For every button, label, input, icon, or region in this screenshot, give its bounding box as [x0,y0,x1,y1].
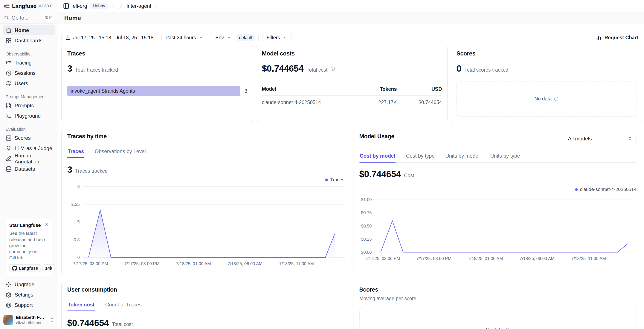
tab-traces[interactable]: Traces [67,145,84,158]
promo-body: See the latest releases and help grow th… [9,230,49,261]
promo-title: Star Langfuse [9,223,49,228]
sidebar-item-sessions[interactable]: Sessions [2,68,56,78]
scores-card-top: Scores 0 Total scores tracked No data [451,45,642,122]
sidebar-item-label: Support [14,302,33,308]
langfuse-logo-icon [4,3,10,9]
filters-dropdown[interactable]: Filters [262,33,292,42]
scores-total: 0 [456,64,462,74]
sidebar: Langfuse v3.83.0 Go to... ⌘ K Home Dashb… [0,0,58,329]
tab-cost-by-type[interactable]: Cost by type [406,150,435,162]
bar-chart-icon [596,35,602,41]
sidebar-item-label: LLM-as-a-Judge [14,145,52,151]
info-icon[interactable] [554,97,558,101]
env-dropdown[interactable]: Env default [211,33,259,42]
sidebar-nav: Home Dashboards Observability Tracing Se… [0,24,58,279]
page-title-bar: Home [58,12,644,24]
clock-icon [6,70,12,76]
sidebar-item-support[interactable]: Support [2,300,56,310]
app-name: Langfuse [12,3,36,10]
tokens-cell: 227.17K [345,100,397,105]
search-shortcut-kbd: ⌘ K [42,15,54,21]
filter-bar: Jul 17, 25 : 15:18 - Jul 18, 25 : 15:18 … [62,33,642,42]
tab-observations-by-level[interactable]: Observations by Level [94,145,146,158]
lightbulb-icon [6,145,12,151]
sidebar-item-home[interactable]: Home [2,25,56,35]
request-chart-label: Request Chart [604,35,638,41]
tab-units-by-model[interactable]: Units by model [445,150,480,162]
main: eli-org Hobby inter-agent Home Jul 17, 2… [58,0,644,329]
project-selector[interactable]: inter-agent [127,3,158,9]
dashboards-icon [6,38,12,44]
env-label: Env [215,35,224,41]
tab-token-cost[interactable]: Token cost [67,299,95,311]
sidebar-item-label: Settings [14,292,33,298]
life-buoy-icon [6,302,12,308]
card-title: Model costs [262,50,442,57]
content: Jul 17, 25 : 15:18 - Jul 18, 25 : 15:18 … [58,24,644,329]
topbar: eli-org Hobby inter-agent [58,0,644,12]
nav-section-prompt-management: Prompt Management [2,94,56,99]
model-filter-select[interactable]: All models [564,133,636,144]
traces-card: Traces 3 Total traces tracked invoke_age… [62,45,253,122]
chevron-down-icon [227,36,231,40]
app-version: v3.83.0 [39,4,52,9]
info-icon[interactable] [505,327,510,329]
calendar-icon [66,35,71,40]
plan-badge: Hobby [90,3,108,9]
traces-tracked-label: Traces tracked [75,168,108,174]
sidebar-item-users[interactable]: Users [2,79,56,88]
card-subtitle: Moving average per score [360,296,637,301]
panel-left-icon[interactable] [63,3,70,9]
info-icon[interactable] [330,66,335,71]
legend-dot [325,178,328,181]
model-costs-total-label: Total cost [306,67,327,73]
model-costs-card: Model costs $0.744654 Total cost Model T… [256,45,448,122]
chevron-down-icon [199,36,203,40]
sidebar-item-label: Users [14,80,28,87]
model-cell: claude-sonnet-4-20250514 [262,100,345,105]
sidebar-item-human-annotation[interactable]: Human Annotation [2,154,56,164]
tab-count-of-traces[interactable]: Count of Traces [105,299,142,311]
sidebar-item-tracing[interactable]: Tracing [2,58,56,68]
user-menu[interactable]: Elizabeth Fuent... elizabethfuentes12... [0,312,58,329]
y-axis-labels: 32.251.50.80 [67,186,83,257]
model-usage-cost-value: $0.744654 [360,169,401,179]
github-langfuse-button[interactable]: Langfuse [9,264,41,272]
sidebar-item-label: Dashboards [14,38,42,44]
sidebar-item-upgrade[interactable]: Upgrade [2,279,56,289]
x-axis-labels: 7/17/25, 03:00 PM7/17/25, 08:00 PM7/18/2… [375,256,637,262]
sidebar-item-playground[interactable]: Playground [2,111,56,121]
card-title: Traces [67,50,247,57]
sidebar-item-label: Tracing [14,60,32,66]
go-to-search[interactable]: Go to... ⌘ K [0,12,58,24]
sidebar-item-label: Playground [14,113,40,119]
column-header-model: Model [262,86,345,92]
chevron-down-icon [111,4,115,8]
github-star-count[interactable]: 14k [42,264,55,272]
x-axis-labels: 7/17/25, 03:00 PM7/17/25, 08:00 PM7/18/2… [83,261,344,268]
sidebar-item-dashboards[interactable]: Dashboards [2,36,56,46]
legend-label: Traces [330,177,344,183]
card-title: Scores [360,286,637,293]
request-chart-button[interactable]: Request Chart [592,33,642,42]
org-selector[interactable]: eli-org Hobby [73,3,115,9]
sidebar-item-label: Sessions [14,70,36,76]
sidebar-item-llm-as-a-judge[interactable]: LLM-as-a-Judge [2,143,56,153]
page-title: Home [64,15,81,22]
close-icon[interactable] [44,222,49,227]
card-title: Scores [456,50,636,57]
model-costs-table: Model Tokens USD claude-sonnet-4-2025051… [262,86,442,109]
tab-units-by-type[interactable]: Units by type [490,150,520,162]
traces-total: 3 [67,64,72,74]
nav-section-evaluation: Evaluation [2,127,56,132]
sidebar-item-settings[interactable]: Settings [2,290,56,300]
plot-area [375,200,637,252]
tab-cost-by-model[interactable]: Cost by model [360,150,396,162]
date-range-picker[interactable]: Jul 17, 25 : 15:18 - Jul 18, 25 : 15:18 [62,33,158,42]
sidebar-item-datasets[interactable]: Datasets [2,164,56,174]
user-name: Elizabeth Fuent... [16,315,47,320]
sidebar-item-scores[interactable]: Scores [2,133,56,143]
card-title: Model Usage [360,133,394,140]
sidebar-item-prompts[interactable]: Prompts [2,101,56,111]
time-preset-dropdown[interactable]: Past 24 hours [161,33,207,42]
